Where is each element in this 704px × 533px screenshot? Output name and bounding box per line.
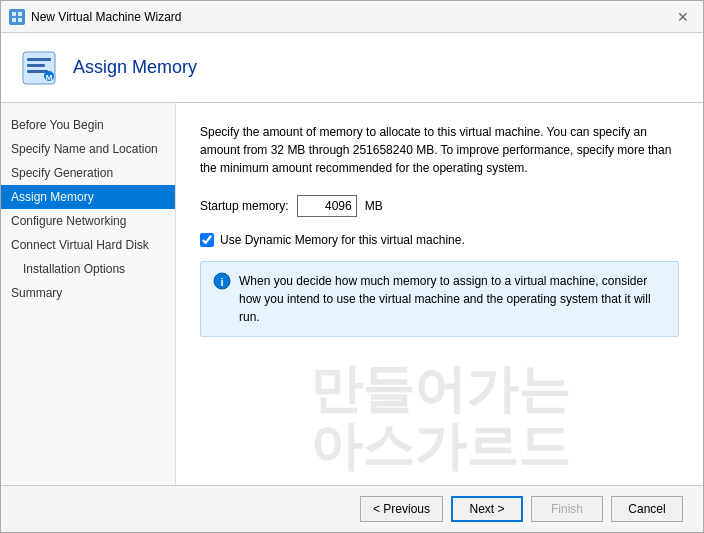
svg-rect-5 — [27, 58, 51, 61]
sidebar-item[interactable]: Before You Begin — [1, 113, 175, 137]
dynamic-memory-checkbox[interactable] — [200, 233, 214, 247]
page-title: Assign Memory — [73, 57, 197, 78]
main-content: Specify the amount of memory to allocate… — [176, 103, 703, 485]
footer: < Previous Next > Finish Cancel — [1, 485, 703, 532]
dynamic-memory-row: Use Dynamic Memory for this virtual mach… — [200, 233, 679, 247]
watermark: 만들어가는아스가르드 — [310, 361, 570, 475]
startup-memory-label: Startup memory: — [200, 199, 289, 213]
close-button[interactable]: ✕ — [671, 5, 695, 29]
sidebar-item[interactable]: Connect Virtual Hard Disk — [1, 233, 175, 257]
wizard-icon: M — [21, 50, 57, 86]
svg-text:M: M — [46, 73, 53, 82]
sidebar-item[interactable]: Specify Generation — [1, 161, 175, 185]
content-area: Before You BeginSpecify Name and Locatio… — [1, 103, 703, 485]
sidebar-item[interactable]: Assign Memory — [1, 185, 175, 209]
window-icon — [9, 9, 25, 25]
svg-rect-1 — [18, 12, 22, 16]
sidebar-item[interactable]: Installation Options — [1, 257, 175, 281]
info-box: i When you decide how much memory to ass… — [200, 261, 679, 337]
dynamic-memory-label[interactable]: Use Dynamic Memory for this virtual mach… — [220, 233, 465, 247]
svg-text:i: i — [220, 276, 223, 288]
svg-rect-0 — [12, 12, 16, 16]
startup-memory-input[interactable] — [297, 195, 357, 217]
description-text: Specify the amount of memory to allocate… — [200, 123, 679, 177]
wizard-window: New Virtual Machine Wizard ✕ M Assign Me… — [0, 0, 704, 533]
header: M Assign Memory — [1, 33, 703, 103]
svg-rect-2 — [12, 18, 16, 22]
memory-unit-label: MB — [365, 199, 383, 213]
sidebar-item[interactable]: Summary — [1, 281, 175, 305]
info-text: When you decide how much memory to assig… — [239, 272, 666, 326]
sidebar-item[interactable]: Specify Name and Location — [1, 137, 175, 161]
sidebar: Before You BeginSpecify Name and Locatio… — [1, 103, 176, 485]
svg-rect-6 — [27, 64, 45, 67]
next-button[interactable]: Next > — [451, 496, 523, 522]
info-icon: i — [213, 272, 231, 290]
previous-button[interactable]: < Previous — [360, 496, 443, 522]
title-bar: New Virtual Machine Wizard ✕ — [1, 1, 703, 33]
sidebar-item[interactable]: Configure Networking — [1, 209, 175, 233]
memory-row: Startup memory: MB — [200, 195, 679, 217]
cancel-button[interactable]: Cancel — [611, 496, 683, 522]
finish-button[interactable]: Finish — [531, 496, 603, 522]
svg-rect-3 — [18, 18, 22, 22]
window-title: New Virtual Machine Wizard — [31, 10, 671, 24]
